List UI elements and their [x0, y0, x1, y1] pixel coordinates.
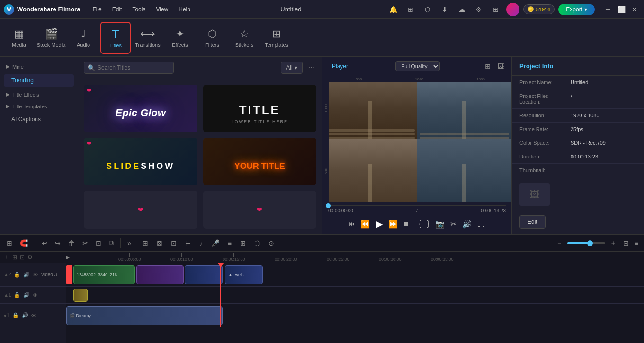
track-ctrl-2[interactable]: ⊠ [154, 237, 165, 249]
zoom-out-button[interactable]: － [553, 237, 565, 249]
share-icon[interactable]: ⬡ [421, 3, 434, 16]
clip-video3-4[interactable]: ▲ evels... [225, 265, 263, 284]
add-track-button[interactable]: ⊞ [4, 237, 15, 249]
track-add-button[interactable]: ＋ [4, 253, 9, 261]
menu-edit[interactable]: Edit [107, 4, 127, 15]
fullscreen-button[interactable]: ⛶ [477, 220, 485, 228]
track-v1-lock[interactable]: 🔒 [12, 312, 19, 318]
tool-stock-media[interactable]: 🎬 Stock Media [36, 22, 66, 54]
filter-button[interactable]: All ▾ [281, 62, 302, 74]
clip-video3-3[interactable] [185, 265, 223, 284]
track-v3-mute[interactable]: 🔊 [23, 272, 30, 278]
tool-filters[interactable]: ⬡ Filters [197, 22, 227, 54]
mark-in-button[interactable]: { [419, 220, 421, 228]
track-v3-lock[interactable]: 🔒 [14, 272, 20, 278]
download-icon[interactable]: ⬇ [438, 3, 451, 16]
mark-out-button[interactable]: } [427, 220, 429, 228]
close-button[interactable]: ✕ [629, 4, 640, 15]
track-v2-eye[interactable]: 👁 [33, 292, 38, 298]
track-ctrl-5[interactable]: ♪ [197, 237, 206, 249]
cloud-icon[interactable]: ☁ [455, 3, 468, 16]
quality-select[interactable]: Full Quality 1/2 Quality 1/4 Quality [395, 61, 440, 71]
tool-templates[interactable]: ⊞ Templates [261, 22, 292, 54]
tool-titles[interactable]: T Titles [100, 22, 131, 54]
grid-item-big-title[interactable]: TITLE LOWER TITLE HERE ⬇ Big Title Pack … [203, 85, 317, 132]
track-ctrl-10[interactable]: ⊙ [266, 237, 277, 249]
play-button[interactable]: ▶ [376, 218, 383, 229]
track-v2-mute[interactable]: 🔊 [23, 292, 30, 298]
camera-button[interactable]: 📷 [435, 220, 445, 229]
track-ctrl-8[interactable]: ⊞ [237, 237, 249, 249]
track-ctrl-3[interactable]: ⊡ [168, 237, 179, 249]
grid-item-fire[interactable]: YOUR TITLE + Fire Particle Pack Title 11 [203, 138, 317, 185]
track-add-button-4[interactable]: ⚙ [27, 254, 33, 261]
split-button[interactable]: ✂ [450, 220, 456, 229]
more-options-button[interactable]: ··· [306, 62, 316, 74]
delete-button[interactable]: 🗑 [65, 237, 78, 249]
more-item-1[interactable]: ❤ [84, 191, 197, 229]
tool-transitions[interactable]: ⟷ Transitions [133, 22, 163, 54]
track-add-button-3[interactable]: ⊡ [20, 254, 25, 261]
grid-view-icon[interactable]: ⊞ [483, 61, 492, 72]
track-v1-eye[interactable]: 👁 [31, 313, 36, 318]
minimize-button[interactable]: ─ [602, 4, 614, 15]
tool-stickers[interactable]: ☆ Stickers [229, 22, 259, 54]
more-tools-button[interactable]: » [125, 237, 134, 249]
clip-video3-2[interactable] [136, 265, 184, 284]
track-ctrl-1[interactable]: ⊞ [140, 237, 151, 249]
track-ctrl-7[interactable]: ≡ [225, 237, 234, 249]
track-ctrl-9[interactable]: ⬡ [251, 237, 263, 249]
menu-help[interactable]: Help [174, 4, 195, 15]
track-v3-eye[interactable]: 👁 [33, 272, 38, 278]
edit-button[interactable]: Edit [519, 215, 546, 229]
track-ctrl-4[interactable]: ⊢ [182, 237, 194, 249]
menu-file[interactable]: File [88, 4, 106, 15]
go-end-button[interactable]: ⏹ [403, 220, 409, 227]
tool-media[interactable]: ▦ Media [4, 22, 34, 54]
clip-video2-1[interactable] [73, 289, 88, 302]
image-view-icon[interactable]: 🖼 [495, 61, 506, 72]
playhead[interactable] [220, 263, 221, 327]
sidebar-item-ai-captions[interactable]: AI Captions [4, 113, 74, 125]
more-item-2[interactable]: ❤ [203, 191, 317, 229]
clip-video3-1[interactable]: 12488902_3840_216... [73, 265, 135, 284]
zoom-slider[interactable] [567, 242, 605, 244]
clip-video1-1[interactable]: 🎬 Dreamy... [66, 306, 223, 325]
sidebar-item-trending[interactable]: Trending [4, 74, 74, 87]
coin-badge[interactable]: 🪙 51916 [523, 4, 555, 14]
track-add-button-2[interactable]: ⊞ [12, 254, 17, 261]
search-input[interactable] [84, 62, 174, 74]
maximize-button[interactable]: ⬜ [616, 4, 627, 15]
go-start-button[interactable]: ⏮ [349, 220, 355, 227]
volume-button[interactable]: 🔊 [462, 220, 472, 229]
track-v1-mute[interactable]: 🔊 [22, 312, 28, 318]
menu-view[interactable]: View [151, 4, 173, 15]
tool-effects[interactable]: ✦ Effects [165, 22, 195, 54]
grid-item-slideshow[interactable]: SLIDESHOW ❤ ⬇ Slideshow Title 01 [84, 138, 197, 185]
grid-icon[interactable]: ⊞ [489, 3, 502, 16]
step-back-button[interactable]: ⏪ [360, 220, 370, 229]
bookmark-icon[interactable]: ⊞ [404, 3, 417, 16]
zoom-in-button[interactable]: ＋ [607, 237, 619, 249]
track-v2-lock[interactable]: 🔒 [14, 292, 20, 298]
step-forward-button[interactable]: ⏩ [388, 220, 398, 229]
user-avatar[interactable] [506, 3, 519, 16]
layout-button-2[interactable]: ≡ [633, 237, 640, 249]
tool-audio[interactable]: ♩ Audio [68, 22, 98, 54]
sidebar-item-title-templates[interactable]: ▶ Title Templates [0, 100, 78, 112]
menu-tools[interactable]: Tools [127, 4, 150, 15]
progress-track[interactable] [328, 205, 506, 206]
track-ctrl-6[interactable]: 🎤 [208, 237, 222, 249]
tab-player[interactable]: Player [328, 61, 352, 71]
sidebar-item-mine[interactable]: ▶ Mine [0, 61, 78, 72]
settings-icon[interactable]: ⚙ [472, 3, 485, 16]
notification-icon[interactable]: 🔔 [387, 3, 400, 16]
export-button[interactable]: Export ▾ [558, 4, 595, 15]
cut-button[interactable]: ✂ [80, 237, 91, 249]
copy-button[interactable]: ⧉ [106, 237, 116, 249]
crop-button[interactable]: ⊡ [93, 237, 104, 249]
redo-button[interactable]: ↪ [52, 237, 63, 249]
undo-button[interactable]: ↩ [39, 237, 50, 249]
sidebar-item-title-effects[interactable]: ▶ Title Effects [0, 88, 78, 100]
magnetic-button[interactable]: 🧲 [17, 237, 31, 249]
